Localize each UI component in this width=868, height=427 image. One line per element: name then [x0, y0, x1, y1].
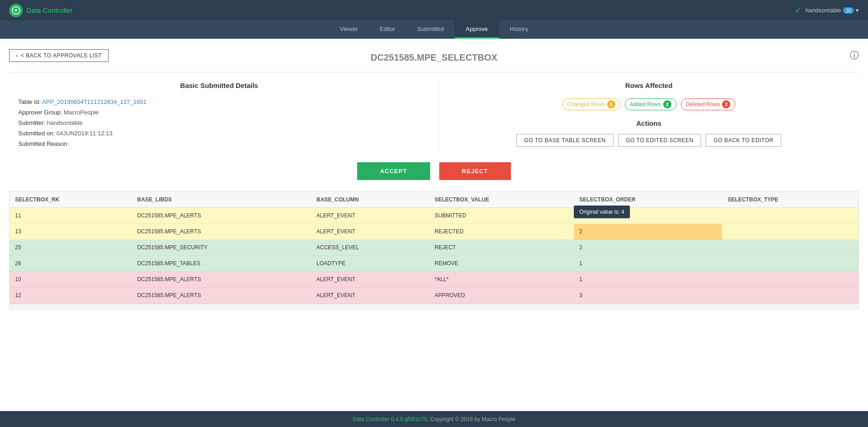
- nav-editor[interactable]: Editor: [369, 21, 406, 39]
- deleted-rows-badge[interactable]: Deleted Rows 2: [681, 98, 736, 110]
- footer-copyright: , Copyright © 2018 by Macro People: [427, 416, 515, 422]
- cell: 11: [10, 208, 132, 224]
- cell: APPROVED: [429, 288, 574, 304]
- table-row: 12 DC251585.MPE_ALERTS ALERT_EVENT APPRO…: [10, 288, 858, 304]
- reject-button[interactable]: REJECT: [439, 162, 511, 180]
- cell: 1: [574, 256, 722, 272]
- cell: ALERT_EVENT: [311, 272, 429, 288]
- back-button-label: < BACK TO APPROVALS LIST: [21, 52, 102, 59]
- cell: [722, 256, 858, 272]
- data-table: SELECTBOX_RK BASE_LIBDS BASE_COLUMN SELE…: [10, 192, 858, 304]
- table-id-label: Table Id:: [18, 98, 42, 105]
- data-table-container: SELECTBOX_RK BASE_LIBDS BASE_COLUMN SELE…: [9, 191, 859, 309]
- changed-rows-badge[interactable]: Changed Rows 2: [562, 98, 620, 110]
- cell: REMOVE: [429, 256, 574, 272]
- back-to-approvals-button[interactable]: ‹ < BACK TO APPROVALS LIST: [9, 49, 109, 62]
- nav-bar: Viewer Editor Submitted Approve History: [0, 21, 868, 39]
- top-bar: Data Controller ✓ handsontable 20 ▾: [0, 0, 868, 21]
- cell: [722, 240, 858, 256]
- table-row: 11 DC251585.MPE_ALERTS ALERT_EVENT SUBMI…: [10, 208, 858, 224]
- main-content: ‹ < BACK TO APPROVALS LIST DC251585.MPE_…: [0, 39, 868, 411]
- cell: [722, 208, 858, 224]
- logo-icon: [9, 4, 23, 17]
- submitted-on-row: Submitted on: 04JUN2019:11:12:13: [18, 130, 420, 137]
- table-row: 13 DC251585.MPE_ALERTS ALERT_EVENT REJEC…: [10, 224, 858, 240]
- deleted-rows-count: 2: [722, 100, 730, 108]
- cell: [722, 224, 858, 240]
- footer-link[interactable]: Data Controller 0.4.0.g5f01c75: [353, 416, 427, 422]
- cell: LOADTYPE: [311, 256, 429, 272]
- table-row: 26 DC251585.MPE_TABLES LOADTYPE REMOVE 1: [10, 256, 858, 272]
- table-id-value: APP_20190604T111212834_137_1651: [42, 98, 146, 105]
- actions-heading: Actions: [448, 119, 850, 127]
- basic-details: Basic Submitted Details Table Id: APP_20…: [9, 82, 429, 151]
- submitted-on-label: Submitted on:: [18, 130, 57, 137]
- cell: 12: [10, 288, 132, 304]
- info-icon[interactable]: ⓘ: [850, 49, 859, 62]
- cell: REJECT: [429, 240, 574, 256]
- changed-rows-label: Changed Rows: [567, 101, 605, 108]
- logo-area: Data Controller: [9, 4, 73, 17]
- cell: 3: [574, 288, 722, 304]
- submitter-row: Submitter: handsontable: [18, 119, 420, 126]
- accept-button[interactable]: ACCEPT: [357, 162, 430, 180]
- go-to-edited-screen-button[interactable]: GO TO EDITED SCREEN: [618, 134, 701, 147]
- cell: 1: [574, 272, 722, 288]
- col-selectbox-rk: SELECTBOX_RK: [10, 192, 132, 208]
- submitted-on-value: 04JUN2019:11:12:13: [57, 130, 113, 137]
- cell: 25: [10, 240, 132, 256]
- added-rows-badge[interactable]: Added Rows 2: [625, 98, 676, 110]
- approver-value: MacroPeople: [64, 109, 99, 116]
- cell: 10: [10, 272, 132, 288]
- col-selectbox-type: SELECTBOX_TYPE: [722, 192, 858, 208]
- submitter-value: handsontable: [47, 119, 83, 126]
- deleted-rows-label: Deleted Rows: [686, 101, 720, 108]
- col-selectbox-value: SELECTBOX_VALUE: [429, 192, 574, 208]
- header-row: ‹ < BACK TO APPROVALS LIST DC251585.MPE_…: [9, 48, 859, 63]
- cell: DC251585.MPE_TABLES: [132, 256, 311, 272]
- go-back-to-editor-button[interactable]: GO BACK TO EDITOR: [706, 134, 781, 147]
- notification-badge: 20: [843, 7, 854, 14]
- logo-text: Data Controller: [26, 6, 73, 14]
- cell: SUBMITTED: [429, 208, 574, 224]
- added-rows-label: Added Rows: [630, 101, 661, 108]
- cell: Original value is: 4: [574, 208, 722, 224]
- table-id-row: Table Id: APP_20190604T111212834_137_165…: [18, 98, 420, 105]
- nav-history[interactable]: History: [499, 21, 539, 39]
- table-header-row: SELECTBOX_RK BASE_LIBDS BASE_COLUMN SELE…: [10, 192, 858, 208]
- accept-reject-section: ACCEPT REJECT: [9, 162, 859, 180]
- cell: ALERT_EVENT: [311, 208, 429, 224]
- user-area[interactable]: handsontable 20 ▾: [806, 7, 859, 14]
- rows-affected-section: Rows Affected Changed Rows 2 Added Rows …: [438, 82, 859, 151]
- cell: 26: [10, 256, 132, 272]
- go-to-base-table-button[interactable]: GO TO BASE TABLE SCREEN: [516, 134, 613, 147]
- cell: *ALL*: [429, 272, 574, 288]
- cell: DC251585.MPE_ALERTS: [132, 288, 311, 304]
- cell: [722, 288, 858, 304]
- cell: DC251585.MPE_ALERTS: [132, 272, 311, 288]
- cell: ACCESS_LEVEL: [311, 240, 429, 256]
- tooltip-box: Original value is: 4: [574, 206, 630, 218]
- changed-rows-count: 2: [607, 100, 615, 108]
- reason-row: Submitted Reason:: [18, 140, 420, 147]
- col-base-column: BASE_COLUMN: [311, 192, 429, 208]
- nav-approve[interactable]: Approve: [455, 21, 499, 39]
- cell: DC251585.MPE_ALERTS: [132, 208, 311, 224]
- approver-label: Approver Group:: [18, 109, 64, 116]
- cell: 13: [10, 224, 132, 240]
- horizontal-scrollbar[interactable]: [10, 304, 858, 309]
- nav-viewer[interactable]: Viewer: [329, 21, 369, 39]
- reason-label: Submitted Reason:: [18, 140, 69, 147]
- submitter-label: Submitter:: [18, 119, 47, 126]
- cell: ALERT_EVENT: [311, 224, 429, 240]
- cell: REJECTED: [429, 224, 574, 240]
- action-buttons-group: GO TO BASE TABLE SCREEN GO TO EDITED SCR…: [448, 134, 850, 147]
- nav-submitted[interactable]: Submitted: [406, 21, 455, 39]
- row-badges: Changed Rows 2 Added Rows 2 Deleted Rows…: [448, 98, 850, 110]
- col-base-libds: BASE_LIBDS: [132, 192, 311, 208]
- dropdown-arrow-icon[interactable]: ▾: [856, 7, 859, 14]
- top-bar-right: ✓ handsontable 20 ▾: [795, 6, 859, 15]
- cell: 2: [574, 240, 722, 256]
- cell: DC251585.MPE_SECURITY: [132, 240, 311, 256]
- details-section: Basic Submitted Details Table Id: APP_20…: [9, 72, 859, 151]
